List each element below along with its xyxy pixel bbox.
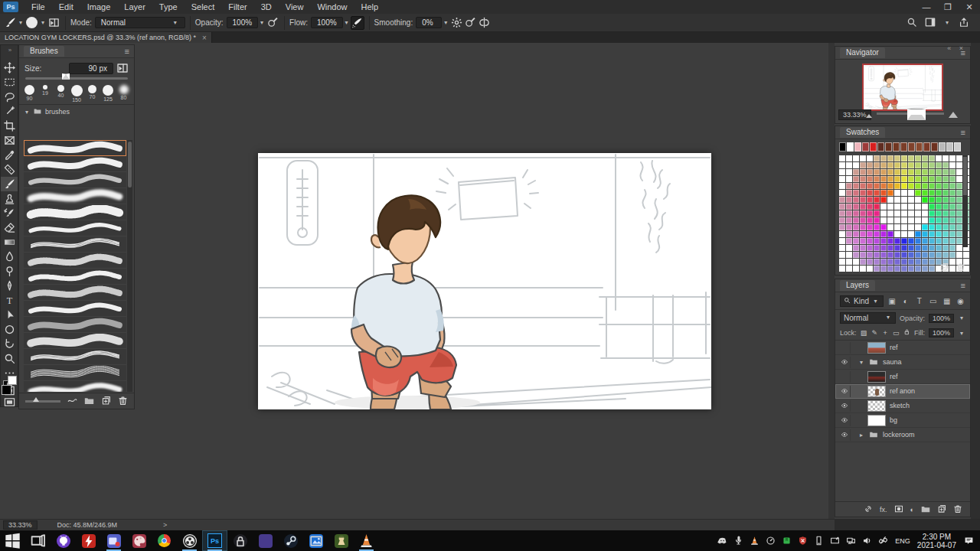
folder-icon[interactable] <box>84 396 94 407</box>
swatch[interactable] <box>936 190 942 196</box>
swatch[interactable] <box>885 142 892 152</box>
swatch[interactable] <box>922 183 928 189</box>
swatch[interactable] <box>929 259 935 265</box>
swatch[interactable] <box>880 238 887 244</box>
swatch[interactable] <box>908 155 914 161</box>
swatch[interactable] <box>874 169 880 175</box>
swatch[interactable] <box>901 266 907 272</box>
swatch[interactable] <box>901 204 907 210</box>
swatch[interactable] <box>839 190 845 196</box>
swatch[interactable] <box>901 224 907 230</box>
swatch[interactable] <box>929 224 935 230</box>
swatch[interactable] <box>853 259 859 265</box>
swatch[interactable] <box>853 252 859 258</box>
swatch[interactable] <box>839 142 846 152</box>
swatch[interactable] <box>922 245 928 251</box>
taskbar-clock[interactable]: 2:30 PM 2021-04-07 <box>917 533 956 549</box>
swatch[interactable] <box>915 210 921 217</box>
swatch[interactable] <box>901 238 907 244</box>
menu-item-view[interactable]: View <box>279 2 311 12</box>
swatch[interactable] <box>956 197 962 203</box>
swatch[interactable] <box>874 224 880 230</box>
swatch[interactable] <box>887 176 893 182</box>
swatch[interactable] <box>853 169 859 175</box>
navigator-tab[interactable]: Navigator <box>840 47 885 58</box>
swatch[interactable] <box>887 162 893 168</box>
swatch[interactable] <box>908 190 914 196</box>
swatch[interactable] <box>908 210 914 217</box>
swatch[interactable] <box>922 190 928 196</box>
swatch[interactable] <box>860 259 866 265</box>
swatch[interactable] <box>874 176 880 182</box>
swatch[interactable] <box>922 204 928 210</box>
swatch[interactable] <box>839 266 845 272</box>
swatch[interactable] <box>929 162 935 168</box>
swatch[interactable] <box>915 169 921 175</box>
swatch[interactable] <box>922 224 928 230</box>
graphics-tablet-icon[interactable] <box>829 536 840 546</box>
eye-icon[interactable] <box>838 429 851 441</box>
swatch[interactable] <box>874 190 880 196</box>
layer-thumbnail[interactable] <box>867 386 886 397</box>
swatch[interactable] <box>942 231 949 237</box>
swatch[interactable] <box>860 238 866 244</box>
panel-menu-icon[interactable]: ≡ <box>961 128 965 137</box>
swatch[interactable] <box>867 155 873 161</box>
swatch[interactable] <box>922 176 928 182</box>
filter-adjustment-layers-icon[interactable]: ◐ <box>900 297 910 305</box>
workspace-icon[interactable] <box>925 17 936 29</box>
preview-size-slider[interactable] <box>25 400 60 403</box>
eyedropper-tool-icon[interactable] <box>1 148 18 162</box>
swatch[interactable] <box>874 231 880 237</box>
trash-icon[interactable] <box>956 262 965 273</box>
swatch[interactable] <box>839 183 845 189</box>
swatch[interactable] <box>874 210 880 217</box>
swatch[interactable] <box>956 252 962 258</box>
menu-item-select[interactable]: Select <box>185 2 222 12</box>
swatch[interactable] <box>922 266 928 272</box>
connector-icon[interactable] <box>877 536 888 546</box>
phone-icon[interactable] <box>813 536 824 546</box>
layer-thumbnail[interactable] <box>867 415 886 426</box>
swatch[interactable] <box>860 245 866 251</box>
swatch[interactable] <box>942 190 949 196</box>
swatch[interactable] <box>915 259 921 265</box>
layer-row-sauna[interactable]: ▾sauna <box>835 355 970 370</box>
brush-preset-80[interactable]: 80 <box>116 85 131 103</box>
swatch[interactable] <box>901 252 907 258</box>
symmetry-icon[interactable] <box>477 16 491 30</box>
swatch[interactable] <box>908 217 914 223</box>
swatch[interactable] <box>922 217 928 223</box>
swatch[interactable] <box>936 183 942 189</box>
swatch[interactable] <box>894 197 900 203</box>
menu-item-image[interactable]: Image <box>80 2 118 12</box>
swatch[interactable] <box>949 231 956 237</box>
swatch[interactable] <box>915 197 921 203</box>
swatch[interactable] <box>942 176 949 182</box>
swatch[interactable] <box>929 252 935 258</box>
swatch[interactable] <box>860 197 866 203</box>
swatch[interactable] <box>949 252 956 258</box>
swatch[interactable] <box>860 217 866 223</box>
swatch[interactable] <box>949 176 956 182</box>
dual-display-icon[interactable] <box>845 536 856 546</box>
taskbar-game-character-icon[interactable] <box>328 530 354 551</box>
swatch[interactable] <box>942 217 949 223</box>
swatch[interactable] <box>929 231 935 237</box>
zoom-out-icon[interactable] <box>866 114 872 118</box>
swatch[interactable] <box>880 231 887 237</box>
swatch[interactable] <box>853 155 859 161</box>
swatch[interactable] <box>963 252 969 258</box>
swatch[interactable] <box>893 142 900 152</box>
adjustment-layer-icon[interactable]: ◐ <box>910 506 914 514</box>
swatch[interactable] <box>839 252 845 258</box>
swatch[interactable] <box>915 183 921 189</box>
swatch[interactable] <box>936 197 942 203</box>
swatch[interactable] <box>929 197 935 203</box>
taskbar-vlc-icon[interactable] <box>354 530 379 551</box>
swatch[interactable] <box>901 176 907 182</box>
swatch[interactable] <box>860 183 866 189</box>
swatch[interactable] <box>915 190 921 196</box>
eye-hidden[interactable] <box>838 342 851 354</box>
swatch[interactable] <box>867 204 873 210</box>
